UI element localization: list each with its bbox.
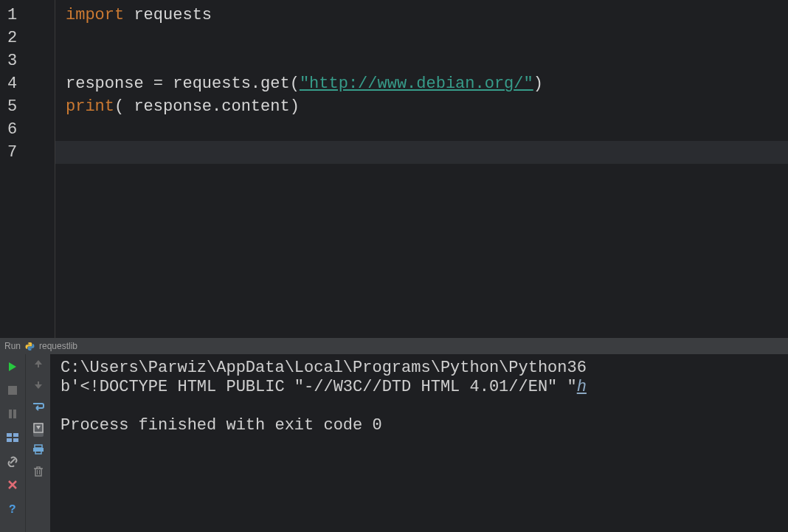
line-number: 6: [0, 118, 55, 141]
code-text: ): [533, 75, 543, 93]
run-config-name: requestlib: [39, 341, 77, 351]
run-toolbar-primary: ?: [0, 354, 25, 532]
print-button[interactable]: [32, 444, 44, 458]
code-text: response.content: [134, 97, 289, 116]
svg-rect-2: [13, 410, 16, 418]
console-line: b'<!DOCTYPE HTML PUBLIC "-//W3C//DTD HTM…: [61, 378, 577, 396]
code-text: (: [114, 97, 124, 116]
code-line[interactable]: import requests: [66, 4, 788, 27]
console-link[interactable]: h: [577, 378, 587, 396]
stop-button[interactable]: [4, 382, 21, 398]
svg-rect-0: [8, 386, 17, 395]
line-number: 1: [0, 4, 55, 27]
line-number: 7: [0, 141, 55, 164]
rerun-button[interactable]: [4, 359, 21, 375]
code-line[interactable]: [66, 27, 788, 49]
svg-rect-1: [9, 410, 12, 418]
run-tool-window: ? C:\Users\Parwiz\AppData\Local\Programs…: [0, 354, 788, 532]
attach-button[interactable]: [4, 453, 21, 469]
soft-wrap-button[interactable]: [32, 401, 44, 415]
param-hint: [124, 97, 134, 116]
code-line[interactable]: response = requests.get("http://www.debi…: [66, 72, 788, 95]
svg-rect-3: [7, 433, 12, 437]
down-stack-button[interactable]: [34, 380, 43, 394]
console-line: Process finished with exit code 0: [61, 416, 382, 435]
svg-rect-8: [38, 364, 39, 367]
run-header-label: Run: [4, 341, 21, 351]
dump-threads-button[interactable]: [4, 429, 21, 446]
builtin-function: print: [66, 97, 114, 116]
svg-rect-13: [35, 451, 41, 454]
line-number-gutter: 1 2 3 4 5 6 7: [0, 0, 55, 338]
svg-text:?: ?: [9, 503, 16, 515]
code-text: response: [66, 75, 153, 93]
code-line-current[interactable]: [55, 141, 788, 164]
svg-rect-14: [35, 469, 41, 476]
code-line[interactable]: [66, 49, 788, 72]
line-number: 3: [0, 49, 55, 72]
svg-rect-6: [13, 438, 18, 442]
clear-all-button[interactable]: [33, 466, 44, 481]
svg-rect-4: [13, 433, 18, 437]
code-content[interactable]: import requests response = requests.get(…: [55, 0, 788, 338]
code-text: requests.get(: [173, 75, 300, 93]
line-number: 4: [0, 72, 55, 95]
console-output[interactable]: C:\Users\Parwiz\AppData\Local\Programs\P…: [50, 354, 788, 532]
up-stack-button[interactable]: [34, 359, 43, 373]
svg-rect-5: [7, 438, 12, 442]
code-line[interactable]: [66, 118, 788, 141]
code-text: =: [153, 75, 173, 93]
code-editor[interactable]: 1 2 3 4 5 6 7 import requests response =…: [0, 0, 788, 338]
run-toolbar-secondary: [25, 354, 50, 532]
close-button[interactable]: [4, 477, 21, 493]
svg-rect-11: [35, 445, 42, 448]
string-literal: "http://www.debian.org/": [300, 75, 533, 93]
line-number: 2: [0, 27, 55, 49]
help-button[interactable]: ?: [4, 500, 21, 517]
keyword-import: import: [66, 6, 124, 24]
run-tool-window-header[interactable]: Run requestlib: [0, 338, 788, 354]
pause-button[interactable]: [4, 406, 21, 422]
code-text: requests: [124, 6, 212, 24]
code-line[interactable]: print( response.content): [66, 95, 788, 118]
python-icon: [25, 342, 35, 351]
code-text: ): [290, 97, 300, 116]
line-number: 5: [0, 95, 55, 118]
console-line: C:\Users\Parwiz\AppData\Local\Programs\P…: [61, 359, 587, 377]
scroll-to-end-button[interactable]: [33, 423, 44, 437]
